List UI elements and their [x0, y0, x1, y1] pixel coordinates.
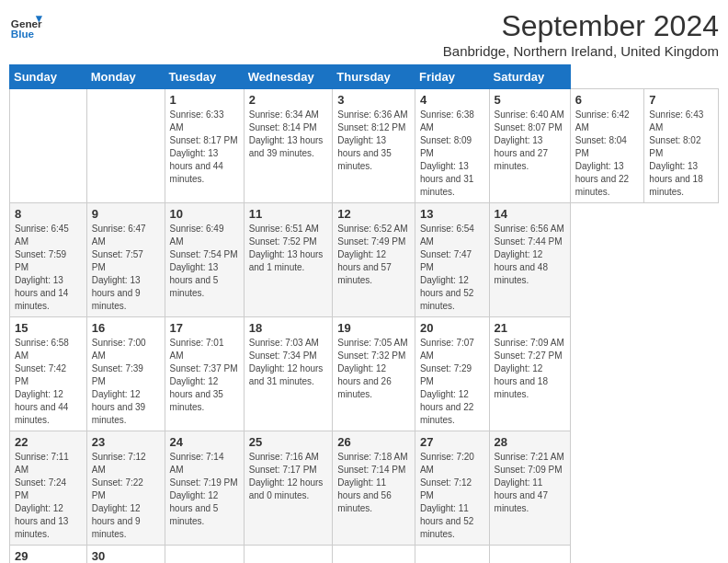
calendar-cell: 19Sunrise: 7:05 AMSunset: 7:32 PMDayligh… [333, 317, 415, 431]
calendar-cell: 10Sunrise: 6:49 AMSunset: 7:54 PMDayligh… [165, 203, 244, 317]
day-detail: Sunrise: 6:40 AMSunset: 8:07 PMDaylight:… [495, 109, 565, 173]
day-detail: Sunrise: 6:49 AMSunset: 7:54 PMDaylight:… [170, 223, 239, 300]
day-number: 4 [420, 93, 484, 107]
day-number: 3 [337, 93, 410, 107]
day-detail: Sunrise: 7:20 AMSunset: 7:12 PMDaylight:… [420, 451, 484, 541]
day-detail: Sunrise: 6:43 AMSunset: 8:02 PMDaylight:… [649, 109, 713, 199]
day-number: 9 [92, 207, 160, 221]
calendar-cell: 9Sunrise: 6:47 AMSunset: 7:57 PMDaylight… [86, 203, 165, 317]
day-number: 29 [15, 549, 82, 563]
day-detail: Sunrise: 6:34 AMSunset: 8:14 PMDaylight:… [249, 109, 328, 160]
day-number: 30 [92, 549, 160, 563]
calendar-cell: 14Sunrise: 6:56 AMSunset: 7:44 PMDayligh… [489, 203, 570, 317]
day-detail: Sunrise: 7:18 AMSunset: 7:14 PMDaylight:… [337, 451, 410, 515]
calendar-cell: 29Sunrise: 7:23 AMSunset: 7:07 PMDayligh… [10, 546, 87, 564]
day-detail: Sunrise: 6:38 AMSunset: 8:09 PMDaylight:… [420, 109, 484, 199]
day-detail: Sunrise: 7:09 AMSunset: 7:27 PMDaylight:… [495, 337, 565, 401]
svg-text:Blue: Blue [11, 28, 35, 40]
weekday-header: Tuesday [165, 65, 244, 89]
calendar-cell: 22Sunrise: 7:11 AMSunset: 7:24 PMDayligh… [10, 431, 87, 546]
calendar-cell: 15Sunrise: 6:58 AMSunset: 7:42 PMDayligh… [10, 317, 87, 431]
calendar-cell: 16Sunrise: 7:00 AMSunset: 7:39 PMDayligh… [86, 317, 165, 431]
day-detail: Sunrise: 6:36 AMSunset: 8:12 PMDaylight:… [337, 109, 410, 173]
day-detail: Sunrise: 7:12 AMSunset: 7:22 PMDaylight:… [92, 451, 160, 541]
day-number: 23 [92, 435, 160, 449]
calendar-cell: 26Sunrise: 7:18 AMSunset: 7:14 PMDayligh… [333, 431, 415, 546]
day-number: 27 [420, 435, 484, 449]
week-row: 22Sunrise: 7:11 AMSunset: 7:24 PMDayligh… [10, 431, 719, 546]
day-detail: Sunrise: 6:42 AMSunset: 8:04 PMDaylight:… [575, 109, 640, 199]
day-number: 1 [170, 93, 239, 107]
calendar-cell: 12Sunrise: 6:52 AMSunset: 7:49 PMDayligh… [333, 203, 415, 317]
calendar-cell: 27Sunrise: 7:20 AMSunset: 7:12 PMDayligh… [415, 431, 489, 546]
day-number: 14 [495, 207, 565, 221]
day-detail: Sunrise: 6:54 AMSunset: 7:47 PMDaylight:… [420, 223, 484, 313]
calendar-cell: 4Sunrise: 6:38 AMSunset: 8:09 PMDaylight… [415, 89, 489, 203]
weekday-header: Thursday [333, 65, 415, 89]
week-row: 29Sunrise: 7:23 AMSunset: 7:07 PMDayligh… [10, 546, 719, 564]
day-number: 2 [249, 93, 328, 107]
weekday-header: Wednesday [244, 65, 333, 89]
day-number: 13 [420, 207, 484, 221]
calendar-cell: 25Sunrise: 7:16 AMSunset: 7:17 PMDayligh… [244, 431, 333, 546]
day-number: 26 [337, 435, 410, 449]
calendar-cell: 18Sunrise: 7:03 AMSunset: 7:34 PMDayligh… [244, 317, 333, 431]
calendar-cell: 13Sunrise: 6:54 AMSunset: 7:47 PMDayligh… [415, 203, 489, 317]
day-number: 16 [92, 321, 160, 335]
calendar-cell: 8Sunrise: 6:45 AMSunset: 7:59 PMDaylight… [10, 203, 87, 317]
calendar-cell: 24Sunrise: 7:14 AMSunset: 7:19 PMDayligh… [165, 431, 244, 546]
day-detail: Sunrise: 7:21 AMSunset: 7:09 PMDaylight:… [495, 451, 565, 515]
day-number: 19 [337, 321, 410, 335]
calendar-cell: 20Sunrise: 7:07 AMSunset: 7:29 PMDayligh… [415, 317, 489, 431]
day-detail: Sunrise: 6:52 AMSunset: 7:49 PMDaylight:… [337, 223, 410, 287]
day-detail: Sunrise: 7:11 AMSunset: 7:24 PMDaylight:… [15, 451, 82, 541]
day-number: 11 [249, 207, 328, 221]
calendar-cell: 23Sunrise: 7:12 AMSunset: 7:22 PMDayligh… [86, 431, 165, 546]
calendar-cell: 21Sunrise: 7:09 AMSunset: 7:27 PMDayligh… [489, 317, 570, 431]
day-number: 21 [495, 321, 565, 335]
day-detail: Sunrise: 7:01 AMSunset: 7:37 PMDaylight:… [170, 337, 239, 414]
calendar-cell [244, 546, 333, 564]
day-number: 5 [495, 93, 565, 107]
calendar-cell: 6Sunrise: 6:42 AMSunset: 8:04 PMDaylight… [570, 89, 644, 203]
main-title: September 2024 [443, 9, 719, 43]
day-detail: Sunrise: 7:03 AMSunset: 7:34 PMDaylight:… [249, 337, 328, 388]
subtitle: Banbridge, Northern Ireland, United King… [443, 43, 719, 59]
day-detail: Sunrise: 7:16 AMSunset: 7:17 PMDaylight:… [249, 451, 328, 502]
day-detail: Sunrise: 7:00 AMSunset: 7:39 PMDaylight:… [92, 337, 160, 427]
day-detail: Sunrise: 6:51 AMSunset: 7:52 PMDaylight:… [249, 223, 328, 274]
day-number: 8 [15, 207, 82, 221]
day-detail: Sunrise: 6:56 AMSunset: 7:44 PMDaylight:… [495, 223, 565, 287]
day-number: 6 [575, 93, 640, 107]
day-detail: Sunrise: 7:07 AMSunset: 7:29 PMDaylight:… [420, 337, 484, 427]
calendar-cell: 1Sunrise: 6:33 AMSunset: 8:17 PMDaylight… [165, 89, 244, 203]
day-number: 22 [15, 435, 82, 449]
day-detail: Sunrise: 7:14 AMSunset: 7:19 PMDaylight:… [170, 451, 239, 528]
weekday-header: Monday [86, 65, 165, 89]
logo: General Blue [9, 9, 42, 42]
day-detail: Sunrise: 6:47 AMSunset: 7:57 PMDaylight:… [92, 223, 160, 313]
calendar-cell [10, 89, 87, 203]
day-number: 25 [249, 435, 328, 449]
weekday-header: Saturday [489, 65, 570, 89]
day-number: 7 [649, 93, 713, 107]
week-row: 8Sunrise: 6:45 AMSunset: 7:59 PMDaylight… [10, 203, 719, 317]
day-detail: Sunrise: 6:58 AMSunset: 7:42 PMDaylight:… [15, 337, 82, 427]
day-number: 15 [15, 321, 82, 335]
logo-icon: General Blue [9, 9, 42, 42]
day-number: 10 [170, 207, 239, 221]
day-detail: Sunrise: 6:33 AMSunset: 8:17 PMDaylight:… [170, 109, 239, 186]
calendar-cell [165, 546, 244, 564]
day-number: 17 [170, 321, 239, 335]
calendar-cell: 30Sunrise: 7:25 AMSunset: 7:04 PMDayligh… [86, 546, 165, 564]
weekday-header: Sunday [10, 65, 87, 89]
calendar-cell: 5Sunrise: 6:40 AMSunset: 8:07 PMDaylight… [489, 89, 570, 203]
calendar-cell [86, 89, 165, 203]
day-number: 12 [337, 207, 410, 221]
calendar-cell: 17Sunrise: 7:01 AMSunset: 7:37 PMDayligh… [165, 317, 244, 431]
weekday-header: Friday [415, 65, 489, 89]
day-detail: Sunrise: 6:45 AMSunset: 7:59 PMDaylight:… [15, 223, 82, 313]
week-row: 15Sunrise: 6:58 AMSunset: 7:42 PMDayligh… [10, 317, 719, 431]
day-detail: Sunrise: 7:05 AMSunset: 7:32 PMDaylight:… [337, 337, 410, 401]
day-number: 20 [420, 321, 484, 335]
